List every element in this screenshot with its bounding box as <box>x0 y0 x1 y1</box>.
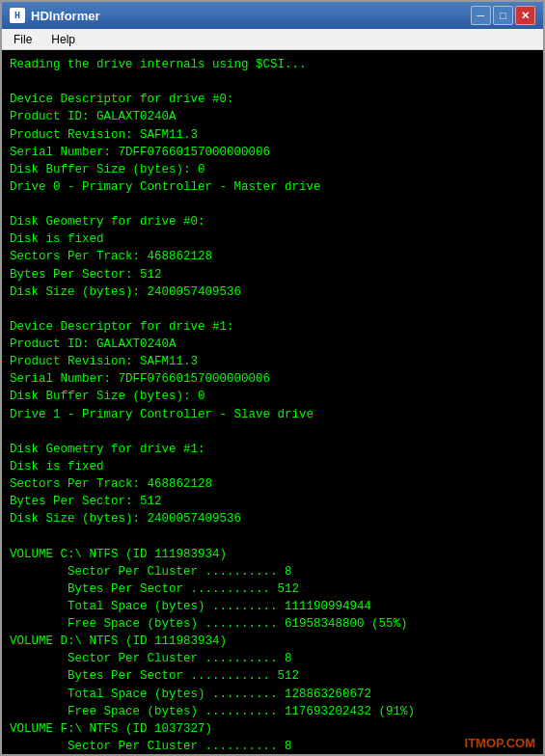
app-icon: H <box>10 8 25 23</box>
maximize-button[interactable]: □ <box>493 6 513 25</box>
main-window: H HDInformer ─ □ ✕ File Help Reading the… <box>0 0 545 756</box>
minimize-button[interactable]: ─ <box>471 6 491 25</box>
title-bar: H HDInformer ─ □ ✕ <box>2 2 543 29</box>
terminal-output[interactable]: Reading the drive internals using $CSI..… <box>2 50 543 754</box>
menu-bar: File Help <box>2 29 543 50</box>
window-title: HDInformer <box>31 9 100 23</box>
watermark: ITMOP.COM <box>465 736 535 750</box>
title-bar-left: H HDInformer <box>10 8 100 23</box>
terminal-text-block: Reading the drive internals using $CSI..… <box>10 56 535 754</box>
close-button[interactable]: ✕ <box>515 6 535 25</box>
menu-help[interactable]: Help <box>43 32 83 47</box>
menu-file[interactable]: File <box>6 32 40 47</box>
window-controls: ─ □ ✕ <box>471 6 535 25</box>
